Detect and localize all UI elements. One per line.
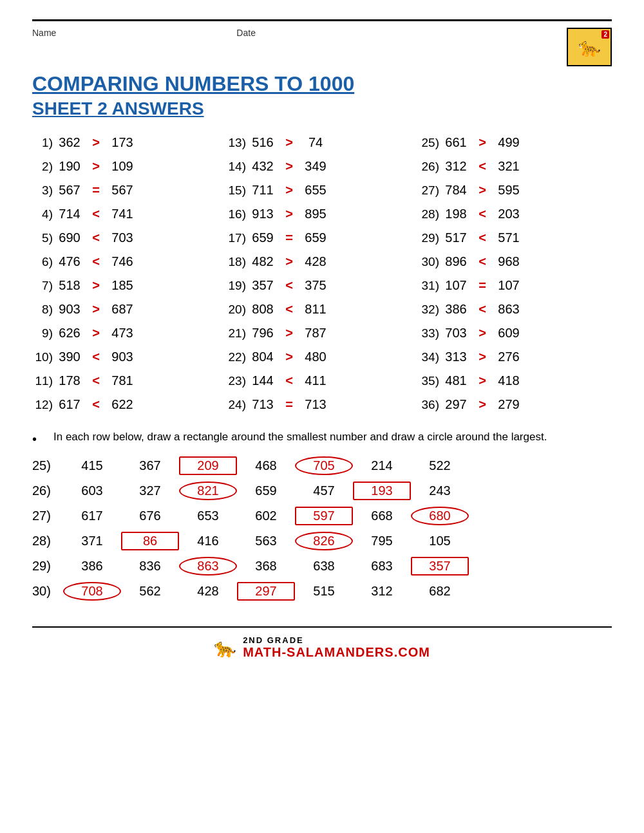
bullet-item: • In each row below, draw a rectangle ar…	[32, 431, 612, 447]
comp-val1: 659	[246, 230, 279, 245]
comp-op: <	[473, 230, 492, 245]
num-cell-wrap: 680	[411, 507, 469, 525]
comp-val2: 499	[492, 135, 526, 150]
comp-op: >	[279, 207, 299, 221]
row-label: 29)	[32, 559, 63, 574]
num-cell-wrap: 371	[63, 534, 121, 548]
comp-val1: 913	[246, 207, 279, 221]
comp-label: 5)	[32, 231, 53, 245]
footer-text: 2ND GRADE MATH-SALAMANDERS.COM	[243, 635, 430, 660]
footer-site-prefix: M	[243, 645, 254, 659]
num-cell-wrap: 603	[63, 483, 121, 498]
table-row: 24) 713 = 713	[225, 394, 419, 415]
comp-op: <	[473, 254, 492, 269]
num-cell: 795	[353, 534, 411, 548]
comp-val1: 804	[246, 350, 279, 364]
comp-val1: 362	[53, 135, 86, 150]
comp-val1: 516	[246, 135, 279, 150]
num-cell: 327	[121, 483, 179, 498]
comp-val2: 411	[299, 373, 332, 388]
num-cell-wrap: 795	[353, 534, 411, 548]
num-cell-wrap: 708	[63, 582, 121, 601]
comp-label: 35)	[419, 374, 439, 388]
table-row: 7) 518 > 185	[32, 275, 225, 296]
comp-op: <	[86, 254, 106, 269]
num-cell: 603	[63, 483, 121, 498]
comp-op: <	[86, 230, 106, 245]
date-label: Date	[236, 28, 256, 38]
comp-val2: 741	[106, 207, 139, 221]
number-rows-section: 25)41536720946870521452226)6033278216594…	[32, 456, 612, 601]
table-row: 30) 896 < 968	[419, 251, 612, 272]
comp-op: <	[473, 159, 492, 174]
comp-label: 18)	[225, 255, 246, 269]
num-cell: 371	[63, 534, 121, 548]
num-cell-wrap: 617	[63, 509, 121, 523]
comp-op: >	[279, 326, 299, 341]
num-cell-wrap: 683	[353, 559, 411, 574]
table-row: 36) 297 > 279	[419, 394, 612, 415]
comp-op: >	[279, 254, 299, 269]
comp-val2: 713	[299, 397, 332, 412]
row-label: 28)	[32, 534, 63, 548]
comp-op: >	[473, 373, 492, 388]
table-row: 5) 690 < 703	[32, 227, 225, 248]
page-title: COMPARING NUMBERS TO 1000	[32, 71, 612, 96]
table-row: 13) 516 > 74	[225, 132, 419, 153]
num-cell: 214	[353, 458, 411, 473]
comp-val1: 481	[439, 373, 473, 388]
comp-op: =	[279, 230, 299, 245]
comp-label: 26)	[419, 160, 439, 174]
num-cell-wrap: 836	[121, 559, 179, 574]
comp-op: >	[86, 302, 106, 317]
comp-val1: 476	[53, 254, 86, 269]
row-label: 30)	[32, 584, 63, 599]
comp-label: 19)	[225, 279, 246, 293]
num-cell: 415	[63, 458, 121, 473]
comp-label: 30)	[419, 255, 439, 269]
footer-site-url: ATH-SALAMANDERS.COM	[254, 645, 430, 659]
table-row: 33) 703 > 609	[419, 323, 612, 344]
logo-icon: 🐆2	[568, 29, 611, 65]
comp-val2: 571	[492, 230, 526, 245]
num-cell-wrap: 653	[179, 509, 237, 523]
num-cell: 653	[179, 509, 237, 523]
table-row: 12) 617 < 622	[32, 394, 225, 415]
table-row: 32) 386 < 863	[419, 299, 612, 320]
comp-val1: 713	[246, 397, 279, 412]
comp-val1: 482	[246, 254, 279, 269]
num-cell: 522	[411, 458, 469, 473]
top-bar: Name Date 🐆2	[32, 28, 612, 66]
footer-site: MATH-SALAMANDERS.COM	[243, 645, 430, 659]
num-cell: 836	[121, 559, 179, 574]
comp-op: >	[279, 350, 299, 364]
num-cell: 676	[121, 509, 179, 523]
comp-op: <	[279, 302, 299, 317]
comp-val2: 811	[299, 302, 332, 317]
table-row: 18) 482 > 428	[225, 251, 419, 272]
num-cell-wrap: 863	[179, 557, 237, 576]
table-row: 34) 313 > 276	[419, 346, 612, 368]
num-cell-wrap: 563	[237, 534, 295, 548]
num-cell-wrap: 705	[295, 456, 353, 475]
comp-val2: 480	[299, 350, 332, 364]
comparison-section: 1) 362 > 173 13) 516 > 74 25) 661 > 499 …	[32, 132, 612, 415]
table-row: 9) 626 > 473	[32, 323, 225, 344]
comp-op: =	[279, 397, 299, 412]
comp-op: >	[473, 350, 492, 364]
comp-val2: 703	[106, 230, 139, 245]
comp-label: 33)	[419, 326, 439, 341]
table-row: 25) 661 > 499	[419, 132, 612, 153]
logo-box: 🐆2	[567, 28, 612, 66]
list-item: 27)617676653602597668680	[32, 507, 612, 525]
row-label: 25)	[32, 458, 63, 473]
num-cell-wrap: 209	[179, 456, 237, 475]
comp-val1: 144	[246, 373, 279, 388]
comp-val2: 595	[492, 183, 526, 198]
comp-op: =	[473, 278, 492, 293]
comp-op: =	[86, 183, 106, 198]
comp-label: 20)	[225, 303, 246, 317]
comp-val2: 74	[299, 135, 332, 150]
comp-label: 7)	[32, 279, 53, 293]
list-item: 29)386836863368638683357	[32, 557, 612, 576]
